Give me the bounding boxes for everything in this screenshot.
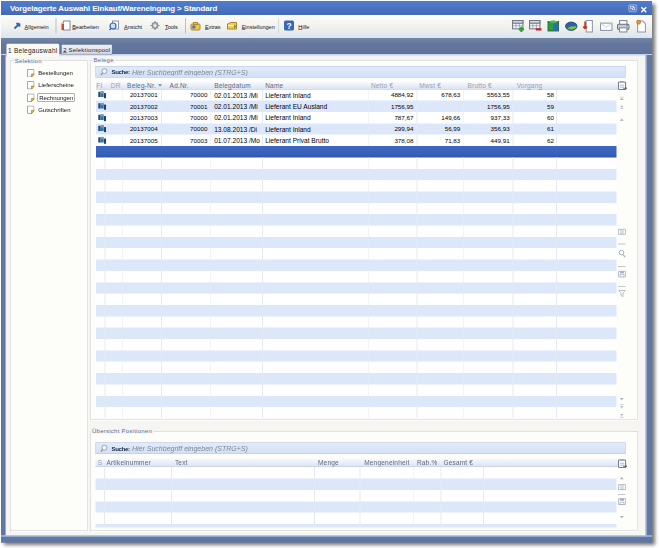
svg-text:?: ? [286, 21, 291, 31]
